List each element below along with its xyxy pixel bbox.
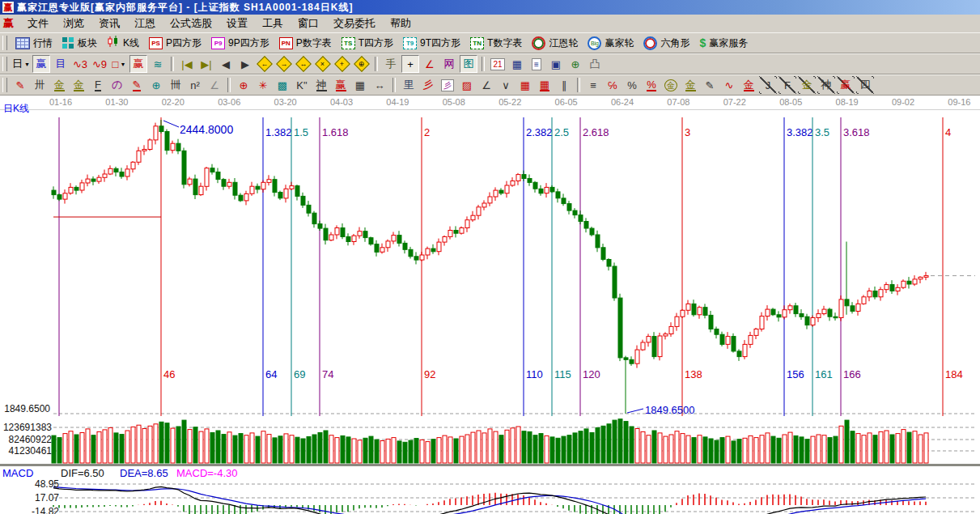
period-day-button-dropdown-arrow-icon[interactable]: ▼ <box>24 62 30 67</box>
pan-hand-button[interactable]: 手 <box>382 55 400 73</box>
teal-grid-button[interactable]: ▩ <box>274 76 291 94</box>
menu-trade[interactable]: 交易委托 <box>326 15 383 32</box>
tb-hexagon-button[interactable]: 六角形 <box>638 35 694 52</box>
menu-window[interactable]: 窗口 <box>291 15 326 32</box>
v-lines-button[interactable]: ∨ <box>497 76 515 94</box>
brush-button[interactable]: ✎ <box>701 76 719 94</box>
grid-ticks-button[interactable]: 卅 <box>31 76 49 94</box>
gold-section-h-button[interactable]: 金 <box>50 76 68 94</box>
print-button[interactable]: 凸 <box>586 55 604 73</box>
gann-map-button[interactable]: 图 <box>460 55 477 73</box>
angle-measure-button[interactable]: ∠ <box>421 55 439 73</box>
tb-p-number-table-button[interactable]: PNP数字表 <box>274 35 337 52</box>
time-ticks-button[interactable]: 卌 <box>167 76 185 94</box>
menu-help[interactable]: 帮助 <box>383 15 418 32</box>
child-window-icon[interactable]: 赢 <box>3 16 14 31</box>
notes-button[interactable]: ≡ <box>528 55 545 73</box>
tb-kline-button[interactable]: K线 <box>102 34 144 52</box>
tb-9t-square-button[interactable]: T99T四方形 <box>398 35 465 52</box>
pen-tool-button[interactable]: ✎ <box>11 76 29 94</box>
menu-browse[interactable]: 浏览 <box>56 15 91 32</box>
fan-box-button[interactable]: 彡 <box>439 76 456 94</box>
gold-angle-button[interactable]: 金 <box>798 76 816 94</box>
percent-button[interactable]: % <box>623 76 641 94</box>
zoom-area-button[interactable]: 赢 <box>32 55 50 73</box>
winner-tool-button[interactable]: 赢 <box>129 55 147 73</box>
toolbar-grip[interactable] <box>2 57 7 71</box>
fibonacci-button[interactable]: F <box>89 76 107 94</box>
win-axis-button[interactable]: 赢 <box>332 76 350 94</box>
info-note-button[interactable]: 目 <box>52 55 70 73</box>
starburst-button[interactable]: ✳ <box>254 76 272 94</box>
red-grid-axis-button[interactable]: ▦ <box>536 76 554 94</box>
angle-tool-button[interactable]: ∠ <box>206 76 223 94</box>
calculator-button[interactable]: ▦ <box>508 55 526 73</box>
width-measure-button[interactable]: ↔ <box>371 76 388 94</box>
period-day-button[interactable]: 日▼ <box>11 55 31 73</box>
compress-diamond-button[interactable]: × <box>314 55 332 73</box>
wave-band-button[interactable]: ∿ <box>720 76 738 94</box>
wave-3-button[interactable]: ∿3 <box>71 55 89 73</box>
tb-winner-wheel-button[interactable]: Big赢家轮 <box>583 35 638 52</box>
candle-style-button[interactable]: □▼ <box>110 55 128 73</box>
menu-tools[interactable]: 工具 <box>255 15 291 32</box>
chart-region[interactable]: 01-1601-3002-2003-0603-2004-0304-1905-08… <box>0 96 980 514</box>
wave-9-button[interactable]: ∿9 <box>91 55 108 73</box>
menu-news[interactable]: 资讯 <box>91 15 127 32</box>
world-time-button[interactable]: ⊕ <box>566 55 584 73</box>
last-bar-button[interactable]: ▶| <box>197 55 215 73</box>
save-button[interactable]: ▣ <box>547 55 565 73</box>
spiral-button[interactable]: の <box>108 76 126 94</box>
t-square-tool-button[interactable]: 里 <box>400 76 418 94</box>
toolbar-grip[interactable] <box>2 78 7 92</box>
menu-formula-picker[interactable]: 公式选股 <box>163 15 219 32</box>
toolbar-grip[interactable] <box>2 36 7 50</box>
gold-circle-button[interactable]: 金 <box>662 76 680 94</box>
kline-chart-canvas[interactable]: 01-1601-3002-2003-0603-2004-0304-1905-08… <box>0 96 980 514</box>
expand-width-diamond-button[interactable]: ↔ <box>295 55 312 73</box>
menu-file[interactable]: 文件 <box>20 15 56 32</box>
k-wave-button[interactable]: K" <box>293 76 311 94</box>
pen-axis-button[interactable]: ✎ <box>128 76 146 94</box>
tb-p-square-button[interactable]: PSP四方形 <box>144 35 206 52</box>
parallel-lines-button[interactable]: ∥ <box>555 76 573 94</box>
fit-all-diamond-button[interactable]: ⊕ <box>353 55 371 73</box>
j-angle-button[interactable]: J <box>759 76 777 94</box>
fan-lines-button[interactable]: 彡 <box>419 76 437 94</box>
percent-triangle-button[interactable]: ℅ <box>604 76 622 94</box>
menu-settings[interactable]: 设置 <box>219 15 255 32</box>
target-button[interactable]: ⊕ <box>235 76 252 94</box>
shen-axis-button[interactable]: 神 <box>312 76 330 94</box>
tb-9p-square-button[interactable]: P99P四方形 <box>206 35 274 52</box>
prev-bar-button[interactable]: ◀ <box>217 55 235 73</box>
tb-gann-wheel-button[interactable]: 江恩轮 <box>527 35 583 52</box>
expand-diamond-button[interactable]: + <box>333 55 351 73</box>
pan-right-diamond-button[interactable]: → <box>275 55 293 73</box>
shen-angle-button[interactable]: 神 <box>817 76 835 94</box>
tb-quotes-button[interactable]: 行情 <box>11 35 57 52</box>
tb-winner-service-button[interactable]: $赢家服务 <box>694 35 753 52</box>
tb-t-number-table-button[interactable]: TNT数字表 <box>465 35 527 52</box>
win-angle-button[interactable]: 赢 <box>837 76 855 94</box>
pan-left-diamond-button[interactable]: ← <box>256 55 274 73</box>
angle-lines-button[interactable]: ∠ <box>477 76 495 94</box>
red-grid-button[interactable]: ▦ <box>516 76 534 94</box>
crosshair-button[interactable]: + <box>401 55 419 73</box>
tb-t-square-button[interactable]: TST四方形 <box>337 35 398 52</box>
scale-ruler-button[interactable]: ≡ <box>584 76 602 94</box>
candle-style-button-dropdown-arrow-icon[interactable]: ▼ <box>120 62 125 67</box>
gann-grid-button[interactable]: 网 <box>440 55 458 73</box>
four-angle-button[interactable]: 四 <box>856 76 874 94</box>
grid-fan-button[interactable]: ▨ <box>458 76 476 94</box>
gold-red-button[interactable]: 金 <box>740 76 757 94</box>
gann-circle-button[interactable]: ⊕ <box>147 76 165 94</box>
calendar-button[interactable]: 21 <box>489 55 507 73</box>
gold-section-v-button[interactable]: 金 <box>70 76 87 94</box>
volume-profile-button[interactable]: ≋ <box>149 55 167 73</box>
next-bar-button[interactable]: ▶ <box>236 55 254 73</box>
f-angle-button[interactable]: F <box>778 76 796 94</box>
tb-sectors-button[interactable]: 板块 <box>57 35 102 52</box>
gold-lines-button[interactable]: 金 <box>681 76 699 94</box>
number-grid-button[interactable]: ▦ <box>351 76 369 94</box>
percent-line-button[interactable]: % <box>643 76 660 94</box>
